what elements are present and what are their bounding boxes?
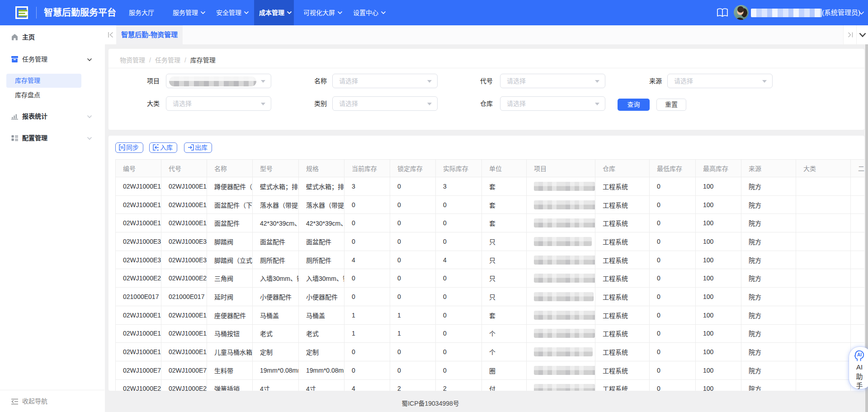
svg-text:AI: AI [857, 352, 862, 357]
